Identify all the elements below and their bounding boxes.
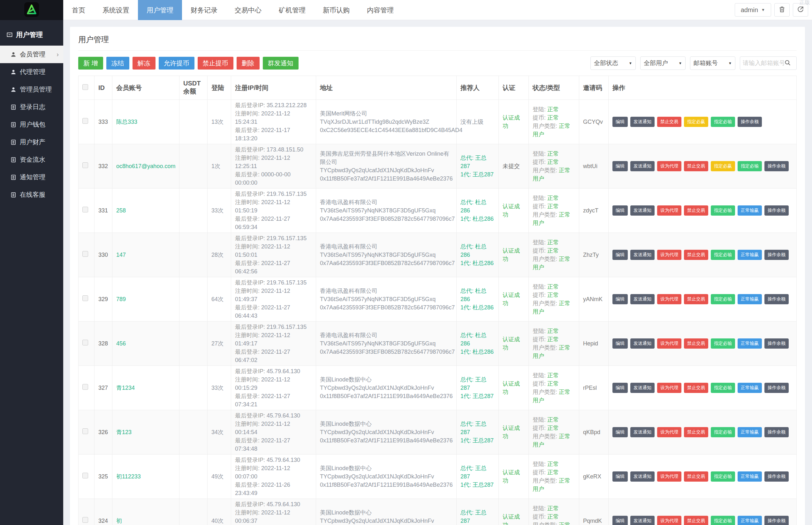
nav-tab[interactable]: 内容管理 [358, 0, 402, 20]
action-set-agent-button[interactable]: 设为代理 [657, 339, 681, 349]
action-ban-trade-button[interactable]: 禁止交易 [684, 206, 708, 215]
action-normal-wl-button[interactable]: 正常输赢 [738, 471, 762, 482]
action-set-agent-button[interactable]: 设为代理 [657, 427, 681, 437]
nav-tab[interactable]: 系统设置 [94, 0, 138, 20]
action-balance-button[interactable]: 操作余额 [765, 250, 789, 260]
action-balance-button[interactable]: 操作余额 [738, 117, 762, 127]
sidebar-section-header[interactable]: 用户管理 [0, 20, 63, 46]
action-notify-button[interactable]: 发送通知 [630, 250, 655, 260]
action-must-lose-button[interactable]: 指定必输 [711, 294, 735, 304]
sidebar-item-用户钱包[interactable]: 用户钱包 [0, 116, 63, 133]
action-notify-button[interactable]: 发送通知 [630, 471, 655, 482]
select-all-checkbox[interactable] [82, 84, 88, 90]
search-icon[interactable] [784, 59, 791, 67]
action-must-lose-button[interactable]: 指定必输 [711, 206, 735, 215]
action-ban-trade-button[interactable]: 禁止交易 [684, 250, 708, 260]
sidebar-item-在线客服[interactable]: 在线客服 [0, 186, 63, 204]
action-ban-trade-button[interactable]: 禁止交易 [684, 161, 708, 171]
action-ban-trade-button[interactable]: 禁止交易 [684, 383, 708, 393]
action-notify-button[interactable]: 发送通知 [630, 339, 655, 349]
action-must-win-button[interactable]: 指定必赢 [711, 161, 735, 171]
sidebar-item-代理管理[interactable]: 代理管理 [0, 63, 63, 81]
row-checkbox[interactable] [82, 162, 88, 168]
action-balance-button[interactable]: 操作余额 [765, 471, 789, 482]
row-checkbox[interactable] [82, 340, 88, 345]
account-link[interactable]: 青1234 [116, 385, 135, 391]
nav-tab[interactable]: 新币认购 [314, 0, 358, 20]
action-balance-button[interactable]: 操作余额 [765, 516, 789, 525]
action-must-lose-button[interactable]: 指定必输 [711, 383, 735, 393]
action-ban-trade-button[interactable]: 禁止交易 [684, 339, 708, 349]
action-balance-button[interactable]: 操作余额 [765, 339, 789, 349]
account-link[interactable]: 258 [116, 207, 126, 214]
sidebar-item-登录日志[interactable]: 登录日志 [0, 98, 63, 116]
action-ban-trade-button[interactable]: 禁止交易 [684, 427, 708, 437]
account-link[interactable]: 456 [116, 340, 126, 347]
action-notify-button[interactable]: 发送通知 [630, 383, 655, 393]
nav-tab[interactable]: 首页 [63, 0, 94, 20]
action-must-lose-button[interactable]: 指定必输 [711, 471, 735, 482]
action-edit-button[interactable]: 编辑 [612, 339, 628, 349]
nav-tab[interactable]: 财务记录 [182, 0, 226, 20]
action-edit-button[interactable]: 编辑 [612, 383, 628, 393]
toolbar-button[interactable]: 群发通知 [263, 57, 299, 70]
action-set-agent-button[interactable]: 设为代理 [657, 471, 681, 482]
account-link[interactable]: 青123 [116, 429, 132, 435]
action-notify-button[interactable]: 发送通知 [630, 294, 655, 304]
toolbar-button[interactable]: 新 增 [78, 57, 103, 70]
action-ban-trade-button[interactable]: 禁止交易 [684, 471, 708, 482]
action-normal-wl-button[interactable]: 正常输赢 [738, 250, 762, 260]
action-notify-button[interactable]: 发送通知 [630, 206, 655, 215]
nav-tab[interactable]: 交易中心 [226, 0, 270, 20]
filter-select[interactable]: 全部用户▼ [640, 57, 685, 70]
account-link[interactable]: 147 [116, 252, 126, 258]
action-normal-wl-button[interactable]: 正常输赢 [738, 383, 762, 393]
row-checkbox[interactable] [82, 429, 88, 434]
action-must-win-button[interactable]: 指定必赢 [684, 117, 708, 127]
action-set-agent-button[interactable]: 设为代理 [657, 383, 681, 393]
action-set-agent-button[interactable]: 设为代理 [657, 294, 681, 304]
nav-tab[interactable]: 矿机管理 [270, 0, 314, 20]
nav-tab[interactable]: 用户管理 [138, 0, 182, 20]
action-must-lose-button[interactable]: 指定必输 [711, 250, 735, 260]
row-checkbox[interactable] [82, 118, 88, 124]
action-notify-button[interactable]: 发送通知 [630, 161, 655, 171]
action-edit-button[interactable]: 编辑 [612, 294, 628, 304]
action-notify-button[interactable]: 发送通知 [630, 427, 655, 437]
filter-select[interactable]: 全部状态▼ [590, 57, 636, 70]
account-link[interactable]: 789 [116, 296, 126, 302]
action-balance-button[interactable]: 操作余额 [765, 206, 789, 215]
action-normal-wl-button[interactable]: 正常输赢 [738, 206, 762, 215]
sidebar-item-管理员管理[interactable]: 管理员管理 [0, 81, 63, 98]
action-must-lose-button[interactable]: 指定必输 [711, 339, 735, 349]
action-must-lose-button[interactable]: 指定必输 [711, 427, 735, 437]
action-edit-button[interactable]: 编辑 [612, 250, 628, 260]
search-input[interactable] [743, 60, 784, 67]
action-must-lose-button[interactable]: 指定必输 [711, 516, 735, 525]
action-edit-button[interactable]: 编辑 [612, 516, 628, 525]
action-balance-button[interactable]: 操作余额 [765, 161, 789, 171]
action-must-lose-button[interactable]: 指定必输 [711, 117, 735, 127]
row-checkbox[interactable] [82, 473, 88, 478]
account-link[interactable]: 初 [116, 518, 122, 524]
row-checkbox[interactable] [82, 207, 88, 212]
row-checkbox[interactable] [82, 517, 88, 523]
sidebar-item-会员管理[interactable]: 会员管理› [0, 46, 63, 63]
action-ban-trade-button[interactable]: 禁止交易 [684, 516, 708, 525]
action-ban-trade-button[interactable]: 禁止交易 [657, 117, 681, 127]
sidebar-item-资金流水[interactable]: 资金流水 [0, 151, 63, 168]
toolbar-button[interactable]: 禁止提币 [198, 57, 233, 70]
action-balance-button[interactable]: 操作余额 [765, 294, 789, 304]
action-ban-trade-button[interactable]: 禁止交易 [684, 294, 708, 304]
action-balance-button[interactable]: 操作余额 [765, 427, 789, 437]
account-link[interactable]: 陈总333 [116, 119, 137, 125]
action-edit-button[interactable]: 编辑 [612, 161, 628, 171]
toolbar-button[interactable]: 删除 [237, 57, 260, 70]
action-edit-button[interactable]: 编辑 [612, 471, 628, 482]
toolbar-button[interactable]: 解冻 [132, 57, 156, 70]
sidebar-item-通知管理[interactable]: 通知管理 [0, 168, 63, 186]
action-edit-button[interactable]: 编辑 [612, 117, 628, 127]
account-link[interactable]: oc8ho617@yahoo.com [116, 163, 175, 169]
toolbar-button[interactable]: 冻结 [106, 57, 129, 70]
action-set-agent-button[interactable]: 设为代理 [657, 161, 681, 171]
